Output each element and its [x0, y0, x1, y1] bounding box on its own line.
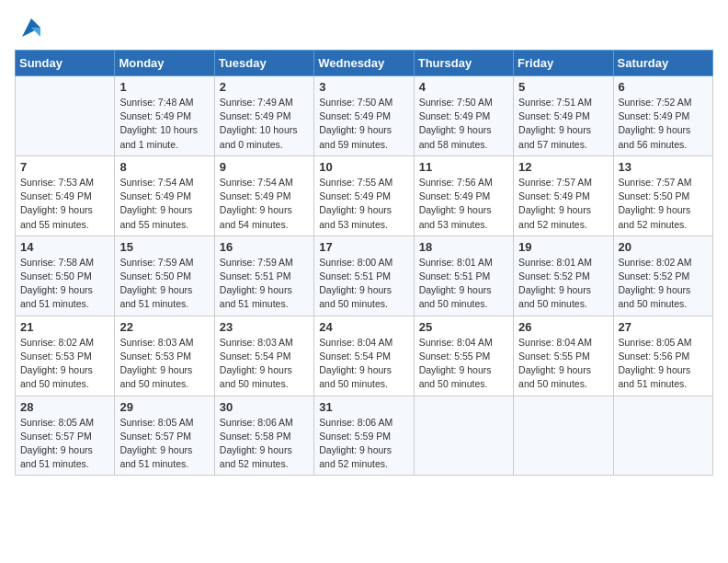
day-number: 20 — [619, 240, 708, 254]
day-detail: Sunrise: 7:57 AMSunset: 5:50 PMDaylight:… — [619, 176, 708, 232]
calendar-cell: 22Sunrise: 8:03 AMSunset: 5:53 PMDayligh… — [115, 316, 214, 396]
calendar-cell: 6Sunrise: 7:52 AMSunset: 5:49 PMDaylight… — [613, 76, 712, 156]
calendar-cell — [16, 76, 115, 156]
day-detail: Sunrise: 8:05 AMSunset: 5:57 PMDaylight:… — [20, 416, 109, 472]
calendar-cell: 12Sunrise: 7:57 AMSunset: 5:49 PMDayligh… — [514, 155, 613, 236]
day-number: 13 — [619, 160, 708, 174]
day-detail: Sunrise: 8:06 AMSunset: 5:58 PMDaylight:… — [220, 416, 309, 472]
day-number: 25 — [419, 320, 508, 334]
svg-marker-1 — [31, 28, 40, 37]
calendar-cell: 23Sunrise: 8:03 AMSunset: 5:54 PMDayligh… — [214, 316, 313, 396]
day-number: 4 — [419, 80, 508, 94]
day-detail: Sunrise: 8:04 AMSunset: 5:55 PMDaylight:… — [419, 336, 508, 392]
calendar-cell — [414, 396, 513, 476]
day-detail: Sunrise: 8:05 AMSunset: 5:57 PMDaylight:… — [119, 416, 209, 472]
day-number: 23 — [220, 320, 309, 334]
logo-icon — [18, 15, 44, 40]
day-number: 7 — [20, 160, 109, 174]
calendar-cell: 9Sunrise: 7:54 AMSunset: 5:49 PMDaylight… — [214, 155, 313, 236]
day-detail: Sunrise: 7:58 AMSunset: 5:50 PMDaylight:… — [20, 256, 109, 312]
calendar-week-1: 1Sunrise: 7:48 AMSunset: 5:49 PMDaylight… — [16, 76, 713, 156]
day-detail: Sunrise: 8:03 AMSunset: 5:54 PMDaylight:… — [220, 336, 309, 392]
calendar-week-4: 21Sunrise: 8:02 AMSunset: 5:53 PMDayligh… — [16, 316, 713, 396]
col-header-saturday: Saturday — [613, 51, 712, 76]
day-detail: Sunrise: 7:56 AMSunset: 5:49 PMDaylight:… — [419, 176, 508, 232]
day-number: 3 — [319, 80, 408, 94]
day-detail: Sunrise: 7:48 AMSunset: 5:49 PMDaylight:… — [119, 96, 209, 152]
col-header-friday: Friday — [514, 51, 613, 76]
day-detail: Sunrise: 7:53 AMSunset: 5:49 PMDaylight:… — [20, 176, 109, 232]
day-detail: Sunrise: 8:03 AMSunset: 5:53 PMDaylight:… — [119, 336, 209, 392]
col-header-thursday: Thursday — [414, 51, 513, 76]
day-number: 1 — [119, 80, 209, 94]
day-detail: Sunrise: 8:06 AMSunset: 5:59 PMDaylight:… — [319, 416, 408, 472]
day-detail: Sunrise: 7:59 AMSunset: 5:50 PMDaylight:… — [119, 256, 209, 312]
calendar-cell: 25Sunrise: 8:04 AMSunset: 5:55 PMDayligh… — [414, 316, 513, 396]
calendar-cell: 14Sunrise: 7:58 AMSunset: 5:50 PMDayligh… — [16, 236, 115, 316]
calendar-cell: 5Sunrise: 7:51 AMSunset: 5:49 PMDaylight… — [514, 76, 613, 156]
calendar-cell: 10Sunrise: 7:55 AMSunset: 5:49 PMDayligh… — [314, 155, 414, 236]
calendar-cell: 17Sunrise: 8:00 AMSunset: 5:51 PMDayligh… — [314, 236, 414, 316]
day-detail: Sunrise: 7:50 AMSunset: 5:49 PMDaylight:… — [419, 96, 508, 152]
day-detail: Sunrise: 7:54 AMSunset: 5:49 PMDaylight:… — [220, 176, 309, 232]
calendar-cell: 29Sunrise: 8:05 AMSunset: 5:57 PMDayligh… — [115, 396, 214, 476]
day-number: 27 — [619, 320, 708, 334]
day-number: 28 — [20, 400, 109, 414]
calendar-cell: 4Sunrise: 7:50 AMSunset: 5:49 PMDaylight… — [414, 76, 513, 156]
day-detail: Sunrise: 7:54 AMSunset: 5:49 PMDaylight:… — [119, 176, 209, 232]
logo — [15, 15, 44, 40]
calendar-cell: 31Sunrise: 8:06 AMSunset: 5:59 PMDayligh… — [314, 396, 414, 476]
calendar-cell: 18Sunrise: 8:01 AMSunset: 5:51 PMDayligh… — [414, 236, 513, 316]
day-number: 10 — [319, 160, 408, 174]
day-number: 12 — [518, 160, 608, 174]
day-number: 29 — [119, 400, 209, 414]
calendar-cell: 7Sunrise: 7:53 AMSunset: 5:49 PMDaylight… — [16, 155, 115, 236]
day-number: 22 — [119, 320, 209, 334]
calendar-cell: 8Sunrise: 7:54 AMSunset: 5:49 PMDaylight… — [115, 155, 214, 236]
day-detail: Sunrise: 7:57 AMSunset: 5:49 PMDaylight:… — [518, 176, 608, 232]
calendar-cell: 26Sunrise: 8:04 AMSunset: 5:55 PMDayligh… — [514, 316, 613, 396]
calendar-cell: 28Sunrise: 8:05 AMSunset: 5:57 PMDayligh… — [16, 396, 115, 476]
day-number: 24 — [319, 320, 408, 334]
calendar-table: SundayMondayTuesdayWednesdayThursdayFrid… — [15, 50, 713, 476]
day-number: 16 — [220, 240, 309, 254]
day-detail: Sunrise: 7:55 AMSunset: 5:49 PMDaylight:… — [319, 176, 408, 232]
calendar-cell: 21Sunrise: 8:02 AMSunset: 5:53 PMDayligh… — [16, 316, 115, 396]
day-number: 21 — [20, 320, 109, 334]
day-number: 6 — [619, 80, 708, 94]
calendar-cell: 30Sunrise: 8:06 AMSunset: 5:58 PMDayligh… — [214, 396, 313, 476]
day-detail: Sunrise: 8:05 AMSunset: 5:56 PMDaylight:… — [619, 336, 708, 392]
day-number: 30 — [220, 400, 309, 414]
calendar-cell: 19Sunrise: 8:01 AMSunset: 5:52 PMDayligh… — [514, 236, 613, 316]
day-detail: Sunrise: 8:04 AMSunset: 5:54 PMDaylight:… — [319, 336, 408, 392]
calendar-cell: 3Sunrise: 7:50 AMSunset: 5:49 PMDaylight… — [314, 76, 414, 156]
day-number: 14 — [20, 240, 109, 254]
calendar-cell: 27Sunrise: 8:05 AMSunset: 5:56 PMDayligh… — [613, 316, 712, 396]
day-detail: Sunrise: 8:01 AMSunset: 5:52 PMDaylight:… — [518, 256, 608, 312]
day-number: 5 — [518, 80, 608, 94]
page-header — [15, 15, 713, 40]
day-detail: Sunrise: 7:49 AMSunset: 5:49 PMDaylight:… — [220, 96, 309, 152]
calendar-cell: 15Sunrise: 7:59 AMSunset: 5:50 PMDayligh… — [115, 236, 214, 316]
day-number: 31 — [319, 400, 408, 414]
day-number: 9 — [220, 160, 309, 174]
day-number: 15 — [119, 240, 209, 254]
calendar-cell: 11Sunrise: 7:56 AMSunset: 5:49 PMDayligh… — [414, 155, 513, 236]
day-number: 26 — [518, 320, 608, 334]
col-header-tuesday: Tuesday — [214, 51, 313, 76]
calendar-cell: 20Sunrise: 8:02 AMSunset: 5:52 PMDayligh… — [613, 236, 712, 316]
calendar-week-3: 14Sunrise: 7:58 AMSunset: 5:50 PMDayligh… — [16, 236, 713, 316]
calendar-cell: 16Sunrise: 7:59 AMSunset: 5:51 PMDayligh… — [214, 236, 313, 316]
day-detail: Sunrise: 8:01 AMSunset: 5:51 PMDaylight:… — [419, 256, 508, 312]
day-detail: Sunrise: 8:02 AMSunset: 5:52 PMDaylight:… — [619, 256, 708, 312]
calendar-cell — [514, 396, 613, 476]
day-number: 19 — [518, 240, 608, 254]
calendar-cell: 2Sunrise: 7:49 AMSunset: 5:49 PMDaylight… — [214, 76, 313, 156]
col-header-sunday: Sunday — [16, 51, 115, 76]
calendar-week-2: 7Sunrise: 7:53 AMSunset: 5:49 PMDaylight… — [16, 155, 713, 236]
day-number: 17 — [319, 240, 408, 254]
calendar-cell: 1Sunrise: 7:48 AMSunset: 5:49 PMDaylight… — [115, 76, 214, 156]
col-header-wednesday: Wednesday — [314, 51, 414, 76]
day-detail: Sunrise: 8:02 AMSunset: 5:53 PMDaylight:… — [20, 336, 109, 392]
day-detail: Sunrise: 7:50 AMSunset: 5:49 PMDaylight:… — [319, 96, 408, 152]
